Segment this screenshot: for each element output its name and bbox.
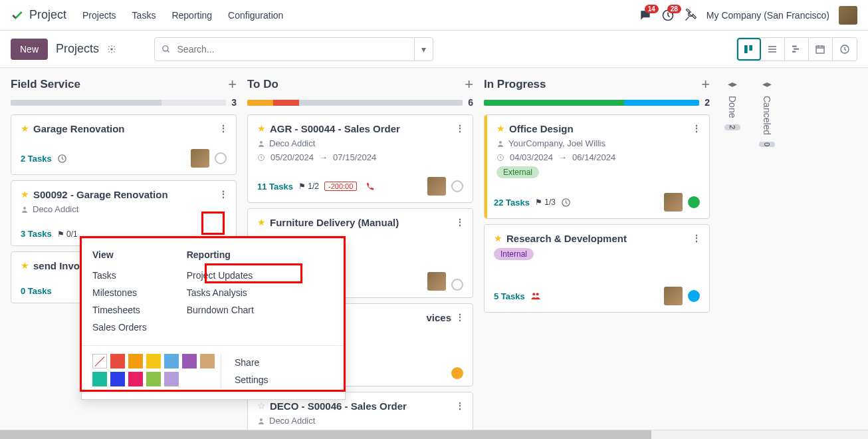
star-icon[interactable]: ★ (257, 217, 266, 227)
phone-icon[interactable] (365, 182, 374, 191)
column-title[interactable]: In Progress (484, 78, 546, 91)
swatch-tan[interactable] (200, 354, 215, 368)
assignee-avatar[interactable] (191, 149, 209, 168)
view-list[interactable] (761, 38, 785, 61)
view-gantt[interactable] (785, 38, 809, 61)
activities-icon[interactable]: 28 (661, 9, 675, 22)
card-title: S00092 - Garage Renovation (33, 189, 215, 200)
star-icon[interactable]: ★ (496, 123, 505, 134)
user-avatar[interactable] (839, 6, 857, 25)
person-icon (257, 140, 265, 148)
view-calendar[interactable] (809, 38, 833, 61)
card-rnd[interactable]: ★ Research & Development ⋮ Internal 5 Ta… (484, 224, 710, 313)
nav-configuration[interactable]: Configuration (228, 10, 283, 21)
card-menu[interactable]: ⋮ (455, 123, 463, 134)
search-dropdown[interactable]: ▾ (414, 38, 433, 61)
column-done-collapsed[interactable]: ◂▸ Done 2 (720, 76, 744, 422)
card-office-design[interactable]: ★ Office Design ⋮ YourCompany, Joel Will… (484, 114, 710, 219)
new-button[interactable]: New (11, 39, 48, 60)
swatch-darkblue[interactable] (110, 372, 125, 386)
assignee-avatar[interactable] (664, 193, 683, 212)
card-garage-renovation[interactable]: ★ Garage Renovation ⋮ 2 Tasks (11, 114, 237, 175)
column-canceled-collapsed[interactable]: ◂▸ Canceled 0 (755, 76, 779, 422)
expand-icon[interactable]: ◂▸ (762, 78, 772, 89)
messages-icon[interactable]: 14 (639, 9, 652, 22)
card-agr-s00044[interactable]: ★ AGR - S00044 - Sales Order ⋮ Deco Addi… (247, 114, 473, 203)
status-circle[interactable] (215, 152, 227, 164)
clock-icon[interactable] (57, 154, 67, 164)
status-circle[interactable] (451, 279, 463, 291)
view-kanban[interactable] (737, 38, 761, 61)
swatch-none[interactable] (92, 354, 107, 368)
assignee-avatar[interactable] (427, 272, 446, 291)
team-icon[interactable] (530, 291, 541, 301)
swatch-red[interactable] (110, 354, 125, 368)
swatch-orange[interactable] (128, 354, 143, 368)
column-title[interactable]: Field Service (11, 78, 80, 91)
star-icon[interactable]: ★ (21, 260, 29, 271)
nav-tasks[interactable]: Tasks (132, 10, 156, 21)
top-right: 14 28 My Company (San Francisco) (639, 6, 857, 25)
milestone-flag[interactable]: ⚑ 0/1 (57, 229, 78, 239)
milestone-flag[interactable]: ⚑ 1/3 (535, 198, 556, 207)
tasks-link[interactable]: 3 Tasks (21, 229, 52, 239)
clock-icon[interactable] (561, 198, 571, 208)
status-circle[interactable] (688, 290, 700, 302)
menu-tasks[interactable]: Tasks (92, 267, 147, 284)
swatch-purple[interactable] (182, 354, 197, 368)
star-icon[interactable]: ★ (21, 123, 29, 134)
gear-icon[interactable] (107, 45, 116, 54)
menu-sales-orders[interactable]: Sales Orders (92, 319, 147, 336)
column-add[interactable]: + (465, 76, 473, 93)
assignee-avatar[interactable] (664, 287, 683, 305)
swatch-lightblue[interactable] (164, 354, 179, 368)
expand-icon[interactable]: ◂▸ (728, 78, 737, 89)
milestone-flag[interactable]: ⚑ 1/2 (298, 182, 319, 191)
menu-project-updates[interactable]: Project Updates (187, 267, 254, 284)
star-icon[interactable]: ★ (21, 189, 29, 200)
card-menu[interactable]: ⋮ (219, 123, 227, 134)
view-activity[interactable] (833, 38, 857, 61)
assignee-avatar[interactable] (427, 177, 446, 196)
swatch-pink[interactable] (128, 372, 143, 386)
column-title[interactable]: To Do (247, 78, 278, 91)
card-menu[interactable]: ⋮ (455, 217, 463, 227)
search-input[interactable] (177, 44, 414, 55)
star-icon[interactable]: ★ (257, 123, 266, 134)
status-circle[interactable] (451, 367, 463, 379)
card-menu[interactable]: ⋮ (455, 312, 463, 323)
nav-reporting[interactable]: Reporting (171, 10, 212, 21)
card-menu[interactable]: ⋮ (692, 233, 700, 243)
column-add[interactable]: + (701, 76, 710, 93)
star-icon[interactable]: ☆ (257, 400, 266, 411)
tasks-link[interactable]: 2 Tasks (21, 154, 52, 164)
swatch-lavender[interactable] (164, 372, 179, 386)
menu-milestones[interactable]: Milestones (92, 284, 147, 301)
card-menu[interactable]: ⋮ (219, 189, 227, 200)
status-circle[interactable] (688, 196, 700, 208)
menu-settings[interactable]: Settings (235, 371, 269, 388)
company-name[interactable]: My Company (San Francisco) (706, 10, 829, 21)
nav-projects[interactable]: Projects (82, 10, 116, 21)
star-icon[interactable]: ★ (494, 233, 502, 243)
tasks-link[interactable]: 0 Tasks (21, 286, 52, 296)
column-add[interactable]: + (228, 76, 237, 93)
card-menu[interactable]: ⋮ (692, 123, 700, 134)
swatch-green[interactable] (146, 372, 161, 386)
tasks-link[interactable]: 22 Tasks (494, 198, 530, 208)
app-name[interactable]: Project (29, 8, 66, 22)
swatch-yellow[interactable] (146, 354, 161, 368)
swatch-teal[interactable] (92, 372, 107, 386)
tasks-link[interactable]: 5 Tasks (494, 291, 525, 301)
status-circle[interactable] (451, 180, 463, 192)
menu-tasks-analysis[interactable]: Tasks Analysis (187, 284, 254, 301)
menu-timesheets[interactable]: Timesheets (92, 301, 147, 319)
horizontal-scrollbar[interactable] (0, 430, 868, 439)
menu-burndown-chart[interactable]: Burndown Chart (187, 301, 254, 319)
card-menu[interactable]: ⋮ (455, 400, 463, 411)
tools-icon[interactable] (684, 9, 697, 22)
tasks-link[interactable]: 11 Tasks (257, 182, 293, 192)
search-box[interactable]: ▾ (154, 37, 433, 61)
menu-share[interactable]: Share (235, 354, 269, 371)
svg-rect-6 (794, 48, 799, 49)
